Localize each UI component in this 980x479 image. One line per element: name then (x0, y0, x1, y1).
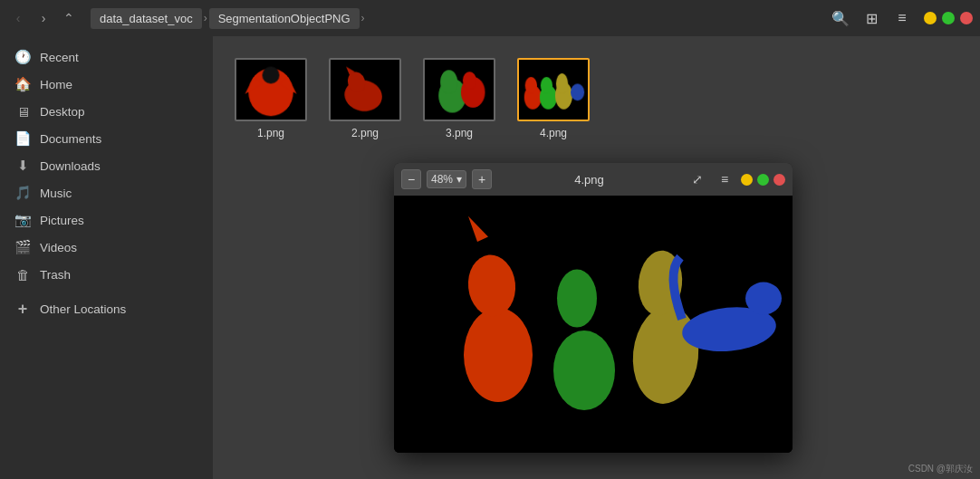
sidebar-item-other[interactable]: + Other Locations (0, 295, 213, 322)
file-thumb-3 (423, 58, 495, 121)
expand-button[interactable]: ⤢ (687, 168, 708, 190)
viewer-menu-button[interactable]: ≡ (714, 168, 735, 190)
sidebar-label-other: Other Locations (40, 302, 126, 316)
sidebar: 🕐 Recent 🏠 Home 🖥 Desktop 📄 Documents ⬇ … (0, 36, 213, 479)
zoom-in-button[interactable]: + (472, 169, 492, 189)
sidebar-label-music: Music (40, 187, 72, 200)
file-item-2[interactable]: 2.png (325, 54, 405, 143)
file-area: 1.png 2.png 3.png 4.png (213, 36, 980, 479)
viewer-title: 4.png (497, 173, 681, 187)
zoom-out-button[interactable]: − (401, 169, 421, 189)
sidebar-label-home: Home (40, 78, 72, 91)
sidebar-label-videos: Videos (40, 241, 77, 254)
top-bar-actions: 🔍 ⊞ ≡ (828, 5, 973, 31)
sidebar-item-music[interactable]: 🎵 Music (0, 179, 213, 206)
downloads-icon: ⬇ (14, 158, 31, 174)
file-thumb-4 (517, 58, 590, 121)
close-button[interactable] (960, 12, 973, 24)
sidebar-label-desktop: Desktop (40, 105, 85, 119)
zoom-value: 48% (431, 173, 453, 186)
up-button[interactable]: ⌃ (58, 7, 80, 29)
zoom-dropdown[interactable]: 48% ▾ (427, 170, 466, 188)
viewer-close-button[interactable] (773, 174, 785, 186)
top-bar: ‹ › ⌃ data_dataset_voc › SegmentationObj… (0, 0, 980, 36)
breadcrumb-item-2[interactable]: SegmentationObjectPNG (209, 8, 360, 29)
breadcrumb: data_dataset_voc › SegmentationObjectPNG… (91, 8, 817, 29)
window-controls (924, 12, 973, 24)
file-name-4: 4.png (540, 127, 567, 139)
sidebar-item-trash[interactable]: 🗑 Trash (0, 261, 213, 288)
videos-icon: 🎬 (14, 239, 31, 255)
sidebar-item-home[interactable]: 🏠 Home (0, 71, 213, 98)
sidebar-label-trash: Trash (40, 268, 71, 282)
viewer-title-actions: ⤢ ≡ (687, 168, 735, 190)
sidebar-label-pictures: Pictures (40, 214, 84, 227)
viewer-minimize-button[interactable] (741, 174, 753, 186)
minimize-button[interactable] (924, 12, 937, 24)
sidebar-label-recent: Recent (40, 51, 79, 64)
trash-icon: 🗑 (14, 266, 31, 283)
image-viewer: − 48% ▾ + 4.png ⤢ ≡ (394, 163, 793, 453)
viewer-maximize-button[interactable] (757, 174, 769, 186)
other-icon: + (14, 301, 31, 317)
file-name-1: 1.png (257, 127, 284, 139)
file-item-3[interactable]: 3.png (419, 54, 499, 143)
file-item-1[interactable]: 1.png (231, 54, 311, 143)
main-area: 🕐 Recent 🏠 Home 🖥 Desktop 📄 Documents ⬇ … (0, 36, 980, 479)
file-name-2: 2.png (351, 127, 379, 139)
breadcrumb-item-1[interactable]: data_dataset_voc (91, 8, 202, 29)
viewer-titlebar: − 48% ▾ + 4.png ⤢ ≡ (394, 163, 793, 196)
sidebar-item-videos[interactable]: 🎬 Videos (0, 234, 213, 261)
sidebar-item-desktop[interactable]: 🖥 Desktop (0, 98, 213, 125)
menu-button[interactable]: ≡ (889, 5, 915, 31)
recent-icon: 🕐 (14, 49, 31, 65)
back-button[interactable]: ‹ (7, 7, 29, 29)
file-name-3: 3.png (446, 127, 473, 139)
breadcrumb-arrow: › (361, 12, 365, 24)
file-thumb-1 (235, 58, 307, 121)
forward-button[interactable]: › (33, 7, 54, 29)
sidebar-item-pictures[interactable]: 📷 Pictures (0, 206, 213, 234)
home-icon: 🏠 (14, 76, 31, 92)
sidebar-item-recent[interactable]: 🕐 Recent (0, 43, 213, 71)
file-grid: 1.png 2.png 3.png 4.png (231, 54, 962, 143)
view-mode-button[interactable]: ⊞ (859, 5, 884, 31)
pictures-icon: 📷 (14, 212, 31, 228)
search-button[interactable]: 🔍 (828, 5, 853, 31)
sidebar-item-downloads[interactable]: ⬇ Downloads (0, 152, 213, 179)
sidebar-item-documents[interactable]: 📄 Documents (0, 125, 213, 152)
maximize-button[interactable] (942, 12, 955, 24)
documents-icon: 📄 (14, 130, 31, 147)
zoom-chevron-icon: ▾ (456, 173, 462, 186)
viewer-content (394, 196, 793, 453)
sidebar-divider (0, 288, 213, 295)
viewer-window-controls (741, 174, 785, 186)
file-thumb-2 (329, 58, 401, 121)
file-item-4[interactable]: 4.png (514, 54, 593, 143)
sidebar-label-documents: Documents (40, 132, 101, 146)
watermark: CSDN @郭庆汝 (908, 463, 973, 475)
viewer-canvas (394, 196, 793, 453)
breadcrumb-sep: › (204, 12, 207, 24)
desktop-icon: 🖥 (14, 103, 31, 120)
sidebar-label-downloads: Downloads (40, 159, 101, 173)
music-icon: 🎵 (14, 185, 31, 201)
